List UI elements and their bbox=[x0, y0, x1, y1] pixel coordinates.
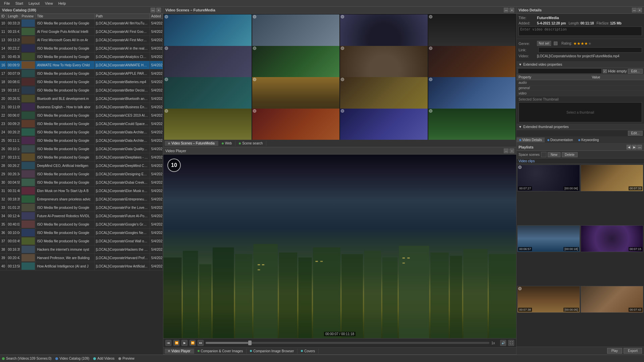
menu-view[interactable]: View bbox=[42, 1, 56, 6]
col-path[interactable]: Path bbox=[94, 14, 150, 19]
genre-value[interactable]: Not set bbox=[537, 41, 551, 46]
menu-help[interactable]: Help bbox=[56, 1, 69, 6]
tab-scene-search[interactable]: Scene search bbox=[235, 141, 266, 146]
tab-video-scenes[interactable]: Video Scenes – FutureMedia bbox=[165, 141, 218, 146]
col-title[interactable]: Title bbox=[36, 14, 94, 19]
export-btn[interactable]: Export bbox=[624, 348, 642, 354]
catalog-minimize-btn[interactable]: — bbox=[151, 8, 155, 12]
player-prev-btn[interactable]: ⏪ bbox=[173, 340, 179, 346]
tab-video-player[interactable]: Video Player bbox=[165, 349, 194, 354]
table-row[interactable]: 26 00:10:14 ISO Media file produced by G… bbox=[0, 145, 163, 153]
status-catalog[interactable]: Video Catalog (109) bbox=[55, 357, 89, 360]
table-row[interactable]: 28 00:26:27 DeepMind CEO, Artificial Int… bbox=[0, 162, 163, 170]
ext-props-header[interactable]: ▼ Extended video properties bbox=[517, 62, 644, 68]
table-row[interactable]: 32 00:18:39 Entrepreneurs share priceles… bbox=[0, 195, 163, 203]
ext-thumb-header[interactable]: ▼ Extended thumbnail properties bbox=[517, 124, 644, 130]
menu-layout[interactable]: Layout bbox=[26, 1, 42, 6]
table-row[interactable]: 15 00:45:30 ISO Media file produced by G… bbox=[0, 53, 163, 61]
details-minimize-btn[interactable]: — bbox=[632, 8, 637, 12]
table-row[interactable]: 29 00:26:34 ISO Media file produced by G… bbox=[0, 170, 163, 178]
delete-playlist-btn[interactable]: Delete bbox=[562, 152, 578, 157]
clip-2[interactable]: 00:07:33 bbox=[581, 165, 643, 191]
link-input[interactable] bbox=[538, 47, 642, 53]
filter-input[interactable] bbox=[518, 68, 602, 74]
tab-companion-cover[interactable]: Companion & Cover Images bbox=[194, 349, 247, 354]
status-search[interactable]: Search (Videos:109 Scenes:0) bbox=[2, 357, 51, 360]
table-row[interactable]: 17 00:07:06 ISO Media file produced by G… bbox=[0, 69, 163, 78]
table-row[interactable]: 40 00:13:58 How Artificial Intelligence … bbox=[0, 262, 163, 270]
table-row[interactable]: 22 00:06:07 ISO Media file produced by G… bbox=[0, 111, 163, 120]
player-fullscreen-btn[interactable]: ⛶ bbox=[508, 340, 514, 346]
table-row[interactable]: 19 00:18:17 ISO Media file produced by G… bbox=[0, 86, 163, 95]
edit-props-btn[interactable]: Edit... bbox=[628, 69, 643, 74]
player-close-btn[interactable]: × bbox=[509, 148, 514, 153]
col-preview[interactable]: Preview bbox=[20, 14, 36, 19]
player-play-btn[interactable]: ▶ bbox=[181, 340, 187, 346]
table-row[interactable]: 20 00:26:52 Bluetooth and BLE developmen… bbox=[0, 95, 163, 103]
table-row[interactable]: 25 00:11:11 ISO Media file produced by G… bbox=[0, 136, 163, 145]
player-skip-fwd-btn[interactable]: ⏭ bbox=[198, 340, 204, 346]
clip-1[interactable]: 00:07:27 [00:00:06] bbox=[517, 165, 580, 191]
clip-4[interactable]: 00:07:15 bbox=[581, 225, 643, 252]
table-row[interactable]: 23 00:09:29 ISO Media file produced by G… bbox=[0, 120, 163, 128]
tab-documentation[interactable]: Documentation bbox=[545, 137, 576, 142]
clip-6[interactable]: 00:07:43 bbox=[581, 286, 643, 313]
clip-5[interactable]: 00:07:38 [00:00:05] bbox=[517, 286, 580, 313]
genre-checkbox[interactable] bbox=[554, 42, 557, 45]
table-row[interactable]: 24 00:26:29 ISO Media file produced by G… bbox=[0, 128, 163, 136]
table-row[interactable]: 14 00:23:27 ISO Media file produced by G… bbox=[0, 44, 163, 53]
table-row[interactable]: 35 00:40:03 ISO Media file produced by G… bbox=[0, 220, 163, 229]
catalog-close-btn[interactable]: × bbox=[156, 8, 161, 12]
menu-file[interactable]: File bbox=[1, 1, 13, 6]
space-scenes-toggle[interactable] bbox=[541, 152, 546, 157]
table-row[interactable]: 30 00:04:55 ISO Media file produced by G… bbox=[0, 178, 163, 187]
table-row[interactable]: 34 00:12:44 Future AI-Powered Robotics N… bbox=[0, 212, 163, 220]
player-progress-handle[interactable] bbox=[248, 341, 252, 345]
scene-thumb-15[interactable] bbox=[340, 109, 428, 140]
clip-3[interactable]: 00:06:57 [00:00:18] bbox=[517, 225, 580, 252]
hide-empty-checkbox[interactable]: ✓ bbox=[603, 69, 607, 73]
table-row[interactable]: 39 00:20:43 Harvard Professor, We are Bu… bbox=[0, 254, 163, 262]
tab-video-details[interactable]: Video Details bbox=[517, 137, 545, 142]
table-row[interactable]: 16 00:09:59 ANIMATE How To Help Every Ch… bbox=[0, 61, 163, 69]
menu-start[interactable]: Start bbox=[13, 1, 26, 6]
table-row[interactable]: 38 00:16:39 Hackers the internet's immun… bbox=[0, 245, 163, 254]
tab-web[interactable]: Web bbox=[218, 141, 235, 146]
play-btn[interactable]: Play bbox=[607, 348, 622, 354]
player-volume-btn[interactable]: 🔊 bbox=[500, 340, 506, 346]
description-input[interactable] bbox=[519, 26, 642, 36]
playlists-arrow-left[interactable]: ◀ bbox=[627, 145, 631, 149]
col-length[interactable]: Length bbox=[6, 14, 20, 19]
catalog-scroll[interactable]: ID Length Preview Title Path Added 10 00… bbox=[0, 14, 163, 355]
col-added[interactable]: Added bbox=[150, 14, 163, 19]
status-add-videos[interactable]: Add Videos bbox=[93, 357, 114, 360]
table-row[interactable]: 31 00:31:48 Elon Musk on How To Start Up… bbox=[0, 187, 163, 195]
player-next-btn[interactable]: ⏩ bbox=[190, 340, 196, 346]
scene-thumb-14[interactable] bbox=[252, 109, 340, 140]
prop-col-value[interactable]: Value bbox=[590, 75, 644, 80]
rating-stars[interactable]: ★★★★ bbox=[573, 41, 588, 46]
scene-thumb-13[interactable] bbox=[164, 109, 252, 140]
player-minimize-btn[interactable]: — bbox=[504, 148, 508, 153]
playlists-minimize-btn[interactable]: — bbox=[637, 145, 642, 149]
player-progress-bar[interactable] bbox=[206, 342, 489, 344]
new-playlist-btn[interactable]: New bbox=[548, 152, 560, 157]
scene-thumb-16[interactable] bbox=[428, 109, 516, 140]
col-id[interactable]: ID bbox=[0, 14, 6, 19]
table-row[interactable]: 36 00:10:04 ISO Media file produced by G… bbox=[0, 229, 163, 237]
table-row[interactable]: 18 00:08:03 ISO Media file produced by G… bbox=[0, 78, 163, 86]
table-row[interactable]: 33 01:01:25 ISO Media file produced by G… bbox=[0, 203, 163, 212]
prop-col-property[interactable]: Property bbox=[517, 75, 590, 80]
tab-covers[interactable]: Covers bbox=[298, 349, 319, 354]
tab-image-browser[interactable]: Companion Image Browser bbox=[247, 349, 298, 354]
table-row[interactable]: 37 00:03:49 ISO Media file produced by G… bbox=[0, 237, 163, 245]
table-row[interactable]: 21 00:11:09 Business English – How to ta… bbox=[0, 103, 163, 111]
scenes-close-btn[interactable]: × bbox=[509, 8, 514, 12]
table-row[interactable]: 10 00:33:28 ISO Media file produced by G… bbox=[0, 19, 163, 27]
player-skip-back-btn[interactable]: ⏮ bbox=[165, 340, 171, 346]
tab-keywording[interactable]: Keywording bbox=[576, 137, 601, 142]
edit-thumb-btn[interactable]: Edit... bbox=[628, 131, 643, 136]
table-row[interactable]: 27 00:13:12 ISO Media file produced by G… bbox=[0, 153, 163, 162]
status-preview[interactable]: Preview bbox=[118, 357, 135, 360]
details-close-btn[interactable]: × bbox=[637, 8, 642, 12]
